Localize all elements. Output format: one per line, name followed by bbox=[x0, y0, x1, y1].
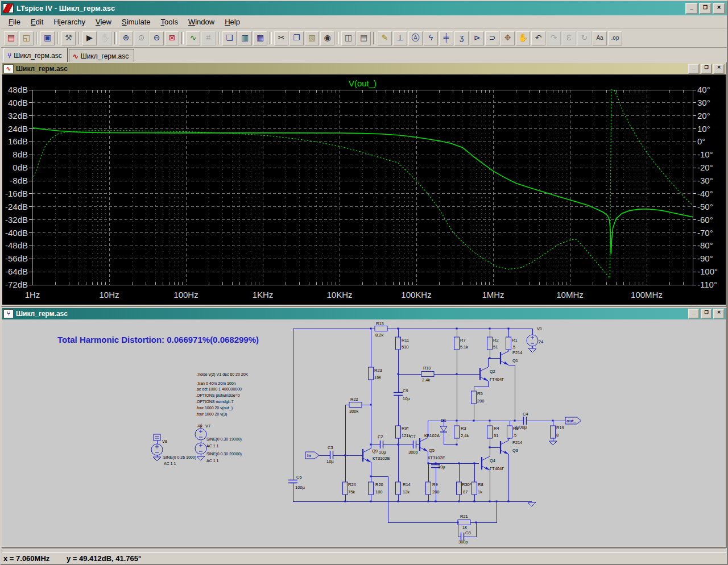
ltspice-logo-icon bbox=[3, 3, 14, 13]
draw-wire-button[interactable]: ✎ bbox=[378, 31, 392, 45]
minimize-button[interactable]: _ bbox=[685, 3, 698, 14]
waveform-plot-area[interactable]: 48dB40dB32dB24dB16dB8dB0dB-8dB-16dB-24dB… bbox=[2, 74, 726, 305]
restore-button[interactable]: ❐ bbox=[699, 3, 712, 14]
place-resistor-button[interactable]: ϟ bbox=[424, 31, 438, 45]
redo-button[interactable]: ↷ bbox=[547, 31, 561, 45]
tile-vertical-button[interactable]: ▥ bbox=[238, 31, 252, 45]
schematic-label: 8.2k bbox=[375, 333, 383, 338]
schematic-label: R9* bbox=[402, 426, 409, 431]
autorange-y-button[interactable]: ∿ bbox=[186, 31, 200, 45]
place-inductor-button[interactable]: ʒ bbox=[454, 31, 469, 45]
schematic-label: R5 bbox=[477, 391, 483, 396]
toolbar-separator bbox=[36, 32, 38, 44]
schematic-label: R22 bbox=[350, 397, 358, 402]
y-left-tick: 16dB bbox=[8, 136, 28, 146]
copy-button[interactable]: ❐ bbox=[289, 31, 304, 45]
menu-window[interactable]: Window bbox=[184, 16, 218, 28]
schematic-label: 10µ bbox=[438, 464, 445, 470]
schematic-label: R14 bbox=[403, 482, 411, 487]
schematic-restore-button[interactable]: ❐ bbox=[701, 309, 712, 319]
toolbar-separator bbox=[373, 32, 375, 44]
control-panel-button[interactable]: ⚒ bbox=[61, 31, 76, 45]
schematic-label: R13 bbox=[376, 321, 384, 326]
menu-file[interactable]: File bbox=[5, 16, 24, 28]
menu-edit[interactable]: Edit bbox=[27, 16, 47, 28]
schematic-label: C6 bbox=[296, 475, 302, 480]
zoom-full-button[interactable]: ⊙ bbox=[134, 31, 148, 45]
schematic-label: 2200µ bbox=[515, 425, 527, 430]
y-left-tick: 32dB bbox=[8, 111, 28, 121]
menu-view[interactable]: View bbox=[92, 16, 115, 28]
schematic-label: R11 bbox=[402, 338, 409, 343]
schematic-window: ⑂ Шикл_герм.asc _ ❐ ✕ Total Harmonic Dis… bbox=[1, 307, 727, 548]
y-left-tick: -8dB bbox=[10, 176, 28, 185]
save-button[interactable]: ▣ bbox=[40, 31, 55, 45]
mirror-button[interactable]: Ɛ bbox=[562, 31, 576, 45]
place-capacitor-button[interactable]: ╪ bbox=[439, 31, 453, 45]
schematic-label: R20 bbox=[375, 482, 383, 487]
waveform-minimize-button[interactable]: _ bbox=[688, 64, 700, 74]
waveform-restore-button[interactable]: ❐ bbox=[701, 64, 712, 74]
menu-tools[interactable]: Tools bbox=[157, 16, 182, 28]
find-button[interactable]: ◉ bbox=[320, 31, 334, 45]
schematic-label: R8 bbox=[478, 482, 483, 487]
schematic-label: C3 bbox=[328, 445, 333, 450]
new-schematic-button[interactable]: ▤ bbox=[4, 31, 18, 45]
schematic-label: ;noise v(2) V1 dec 60 20 20K bbox=[197, 372, 249, 377]
schematic-label: .5 bbox=[513, 433, 516, 438]
schematic-label: V7 bbox=[205, 423, 210, 429]
move-button[interactable]: ✥ bbox=[500, 31, 515, 45]
schematic-label: 2,4k bbox=[461, 433, 469, 438]
place-component-button[interactable]: ⊃ bbox=[485, 31, 499, 45]
print-preview-button[interactable]: ◫ bbox=[341, 31, 355, 45]
spice-directive-button[interactable]: .op bbox=[608, 31, 622, 45]
place-diode-button[interactable]: ⊳ bbox=[470, 31, 484, 45]
schematic-window-title: Шикл_герм.asc bbox=[16, 310, 687, 318]
tab-schematic[interactable]: ⑂Шикл_герм.asc bbox=[3, 48, 68, 63]
zoom-in-button[interactable]: ⊕ bbox=[119, 31, 133, 45]
schematic-label: .four 1000 20 v(3) bbox=[196, 412, 227, 417]
schematic-close-button[interactable]: ✕ bbox=[713, 309, 725, 319]
y-left-tick: -64dB bbox=[5, 267, 28, 276]
schematic-window-titlebar[interactable]: ⑂ Шикл_герм.asc _ ❐ ✕ bbox=[2, 308, 726, 319]
print-button[interactable]: ▤ bbox=[357, 31, 371, 45]
y-right-tick: 20° bbox=[697, 111, 710, 121]
text-button[interactable]: Aa bbox=[593, 31, 607, 45]
drag-button[interactable]: ✋ bbox=[516, 31, 530, 45]
zoom-out-button[interactable]: ⊖ bbox=[150, 31, 164, 45]
tile-horizontal-button[interactable]: ▦ bbox=[253, 31, 267, 45]
y-right-tick: -60° bbox=[697, 215, 713, 225]
schematic-label: 100µ bbox=[295, 485, 305, 490]
schematic-canvas[interactable]: Total Harmonic Distortion: 0.066971%(0.0… bbox=[2, 319, 726, 546]
close-button[interactable]: ✕ bbox=[713, 3, 725, 14]
place-ground-button[interactable]: ⟂ bbox=[393, 31, 407, 45]
waveform-close-button[interactable]: ✕ bbox=[713, 64, 725, 74]
plot-settings-button[interactable]: # bbox=[201, 31, 216, 45]
schematic-window-icon: ⑂ bbox=[3, 309, 14, 318]
y-right-tick: -10° bbox=[697, 149, 713, 159]
y-left-tick: -40dB bbox=[5, 228, 28, 238]
y-right-tick: -90° bbox=[697, 254, 713, 263]
schematic-label: КТ3102Е bbox=[373, 456, 390, 461]
open-file-button[interactable]: ◱ bbox=[19, 31, 34, 45]
schematic-label: 300p bbox=[408, 450, 418, 455]
place-label-button[interactable]: Ⓐ bbox=[408, 31, 423, 45]
tab-waveform[interactable]: ∿Шикл_герм.asc bbox=[69, 49, 135, 63]
cut-button[interactable]: ✂ bbox=[274, 31, 288, 45]
x-tick: 100Hz bbox=[173, 290, 198, 300]
undo-button[interactable]: ↶ bbox=[531, 31, 545, 45]
waveform-window-titlebar[interactable]: ∿ Шикл_герм.asc _ ❐ ✕ bbox=[2, 63, 726, 74]
schematic-label: out_ bbox=[566, 418, 576, 423]
schematic-minimize-button[interactable]: _ bbox=[688, 309, 700, 319]
tab-label: Шикл_герм.asc bbox=[14, 52, 61, 60]
schematic-label: C9 bbox=[403, 388, 408, 393]
cascade-windows-button[interactable]: ❏ bbox=[222, 31, 237, 45]
rotate-button[interactable]: ↻ bbox=[577, 31, 592, 45]
paste-button[interactable]: ▧ bbox=[305, 31, 319, 45]
menu-simulate[interactable]: Simulate bbox=[118, 16, 155, 28]
run-button[interactable]: ▶ bbox=[82, 31, 97, 45]
menu-hierarchy[interactable]: Hierarchy bbox=[49, 16, 89, 28]
halt-button[interactable]: ✋ bbox=[98, 31, 112, 45]
menu-help[interactable]: Help bbox=[221, 16, 244, 28]
zoom-clear-button[interactable]: ⊠ bbox=[165, 31, 179, 45]
